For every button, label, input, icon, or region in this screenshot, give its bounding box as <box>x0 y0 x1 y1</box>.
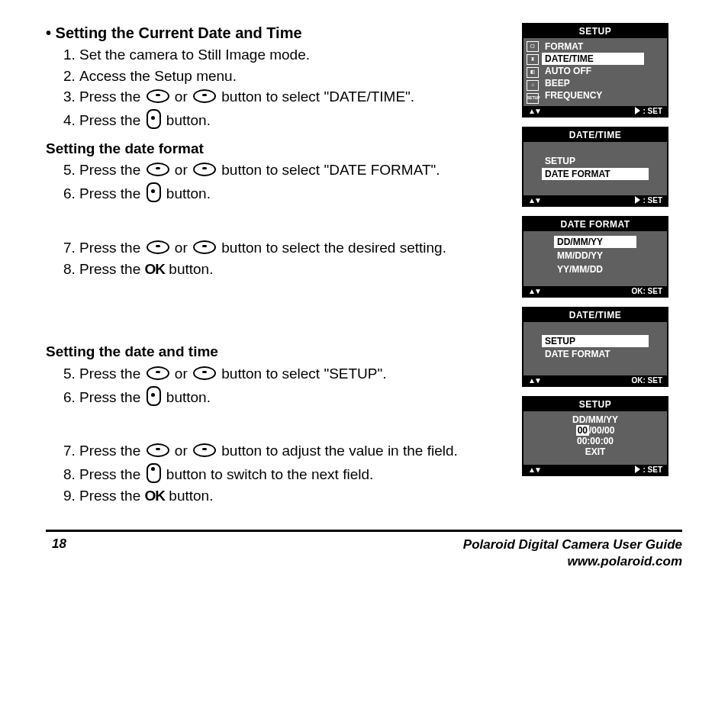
step-7: Press the or button to select the desire… <box>79 239 507 258</box>
section-heading: • Setting the Current Date and Time <box>46 23 507 43</box>
step-4: Press the button. <box>79 109 507 130</box>
right-button-icon <box>147 109 161 129</box>
menu-item: FORMAT <box>528 40 662 53</box>
date-field-selected: 00 <box>576 425 589 436</box>
instruction-text: • Setting the Current Date and Time Set … <box>46 23 507 514</box>
steps-date-time-b: Press the or button to adjust the value … <box>46 442 507 505</box>
step-8b: Press the button to switch to the next f… <box>79 463 507 485</box>
menu-item: AUTO OFF <box>528 65 662 77</box>
down-oval-icon <box>193 163 216 176</box>
setup-text-icon: SETUP <box>527 93 539 104</box>
step-8: Press the OK button. <box>79 260 507 279</box>
menu-icons: ▢ ⧗ ◧ ♫ SETUP <box>527 41 539 104</box>
menu-item-selected: DD/MM/YY <box>554 236 636 248</box>
up-oval-icon <box>147 163 169 176</box>
menu-item-selected: DATE/TIME <box>542 53 644 65</box>
down-oval-icon <box>193 366 216 380</box>
right-button-icon <box>147 182 161 202</box>
triangle-right-icon <box>635 107 640 114</box>
subheading-date-format: Setting the date format <box>46 140 507 159</box>
menu-item-selected: SETUP <box>542 335 649 347</box>
camera-screens-column: SETUP ▢ ⧗ ◧ ♫ SETUP FORMAT DATE/TIME AUT… <box>522 23 682 514</box>
nav-indicator: ▲▼ <box>528 196 540 205</box>
autooff-icon: ◧ <box>527 67 539 78</box>
page-number: 18 <box>46 536 66 552</box>
screen-dateformat: DATE FORMAT DD/MM/YY MM/DD/YY YY/MM/DD ▲… <box>522 216 668 298</box>
step-3: Press the or button to select "DATE/TIME… <box>79 88 507 107</box>
set-indicator: : SET <box>635 107 662 115</box>
screen-setup-entry: SETUP DD/MM/YY 00/00/00 00:00:00 EXIT ▲▼… <box>522 396 668 476</box>
up-oval-icon <box>147 89 169 103</box>
ok-label: OK <box>145 487 166 506</box>
exit-label: EXIT <box>528 446 662 457</box>
menu-item: SETUP <box>542 155 649 167</box>
up-oval-icon <box>147 443 169 457</box>
ok-label: OK <box>145 260 166 279</box>
subheading-date-time: Setting the date and time <box>46 343 507 362</box>
triangle-right-icon <box>635 196 640 204</box>
date-value: 00/00/00 <box>528 425 662 436</box>
set-indicator: OK: SET <box>631 376 662 385</box>
step-5b: Press the or button to select "SETUP". <box>79 365 507 384</box>
right-button-icon <box>147 463 161 483</box>
steps-basic: Set the camera to Still Image mode. Acce… <box>46 46 507 130</box>
footer-text: Polaroid Digital Camera User Guide www.p… <box>463 536 682 570</box>
nav-indicator: ▲▼ <box>528 107 540 115</box>
screen-title: SETUP <box>523 398 667 411</box>
screen-title: DATE FORMAT <box>523 217 667 231</box>
format-icon: ▢ <box>527 41 539 52</box>
step-2: Access the Setup menu. <box>79 67 507 86</box>
clock-icon: ⧗ <box>527 54 539 65</box>
screen-title: SETUP <box>523 24 667 38</box>
screen-datetime-2: DATE/TIME SETUP DATE FORMAT ▲▼ OK: SET <box>522 307 668 387</box>
right-button-icon <box>147 386 161 406</box>
time-value: 00:00:00 <box>528 436 662 446</box>
beep-icon: ♫ <box>527 80 539 91</box>
step-7b: Press the or button to adjust the value … <box>79 442 507 461</box>
date-format-label: DD/MM/YY <box>528 414 662 425</box>
menu-item-selected: DATE FORMAT <box>542 168 649 180</box>
step-6: Press the button. <box>79 182 507 204</box>
up-oval-icon <box>147 366 169 380</box>
page-footer: 18 Polaroid Digital Camera User Guide ww… <box>46 530 682 570</box>
nav-indicator: ▲▼ <box>528 376 540 385</box>
step-6b: Press the button. <box>79 386 507 407</box>
steps-date-time-a: Press the or button to select "SETUP". P… <box>46 365 507 407</box>
nav-indicator: ▲▼ <box>528 287 540 295</box>
set-indicator: : SET <box>635 465 662 474</box>
set-indicator: OK: SET <box>631 287 662 295</box>
set-indicator: : SET <box>635 196 662 205</box>
menu-item: FREQUENCY <box>528 89 662 101</box>
up-oval-icon <box>147 240 169 254</box>
screen-title: DATE/TIME <box>523 308 667 322</box>
menu-item: YY/MM/DD <box>554 263 636 275</box>
down-oval-icon <box>193 443 216 457</box>
screen-setup: SETUP ▢ ⧗ ◧ ♫ SETUP FORMAT DATE/TIME AUT… <box>522 23 668 118</box>
menu-item: DATE FORMAT <box>542 348 649 360</box>
menu-item: BEEP <box>528 77 662 89</box>
menu-item: MM/DD/YY <box>554 250 636 262</box>
nav-indicator: ▲▼ <box>528 465 540 474</box>
screen-title: DATE/TIME <box>523 128 667 142</box>
step-9: Press the OK button. <box>79 487 507 506</box>
down-oval-icon <box>193 89 216 103</box>
step-1: Set the camera to Still Image mode. <box>79 46 507 65</box>
triangle-right-icon <box>635 465 640 473</box>
steps-date-format-a: Press the or button to select "DATE FORM… <box>46 161 507 203</box>
screen-datetime: DATE/TIME SETUP DATE FORMAT ▲▼ : SET <box>522 127 668 207</box>
down-oval-icon <box>193 240 216 254</box>
steps-date-format-b: Press the or button to select the desire… <box>46 239 507 279</box>
step-5: Press the or button to select "DATE FORM… <box>79 161 507 180</box>
